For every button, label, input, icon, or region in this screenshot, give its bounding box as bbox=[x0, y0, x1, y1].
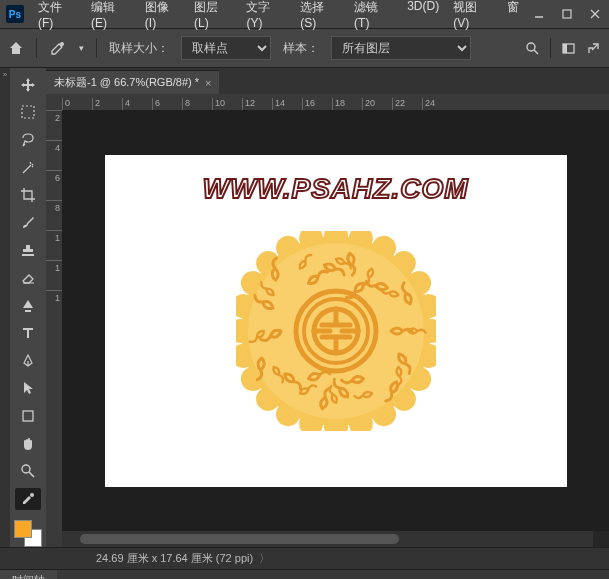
svg-point-5 bbox=[527, 43, 535, 51]
ruler-corner bbox=[46, 94, 62, 110]
tools-panel bbox=[10, 68, 46, 547]
screenmode-icon[interactable] bbox=[561, 41, 576, 56]
status-arrow-icon[interactable]: 〉 bbox=[259, 551, 270, 566]
expand-panels-icon[interactable]: » bbox=[0, 68, 10, 79]
gradient-tool[interactable] bbox=[15, 295, 41, 317]
watermark-text: WWW.PSAHZ.COM bbox=[203, 173, 469, 205]
sample-size-label: 取样大小： bbox=[109, 40, 169, 57]
canvas-area[interactable]: WWW.PSAHZ.COM bbox=[62, 110, 609, 531]
horizontal-ruler[interactable]: 024681012141618202224 bbox=[62, 94, 609, 110]
svg-point-12 bbox=[22, 465, 30, 473]
document-tab[interactable]: 未标题-1 @ 66.7%(RGB/8#) * × bbox=[46, 70, 219, 94]
maximize-button[interactable] bbox=[553, 3, 581, 25]
eyedropper-tool[interactable] bbox=[15, 488, 41, 510]
minimize-button[interactable] bbox=[525, 3, 553, 25]
shape-tool[interactable] bbox=[15, 405, 41, 427]
sample-label: 样本： bbox=[283, 40, 319, 57]
stamp-tool[interactable] bbox=[15, 240, 41, 262]
tab-title: 未标题-1 @ 66.7%(RGB/8#) * bbox=[54, 75, 199, 90]
menu-file[interactable]: 文件(F) bbox=[32, 0, 83, 34]
close-button[interactable] bbox=[581, 3, 609, 25]
timeline-panel[interactable]: 时间轴 bbox=[0, 569, 609, 579]
svg-rect-1 bbox=[563, 10, 571, 18]
menu-edit[interactable]: 编辑(E) bbox=[85, 0, 137, 34]
svg-point-4 bbox=[60, 42, 64, 46]
brush-tool[interactable] bbox=[15, 212, 41, 234]
mooncake-graphic bbox=[236, 231, 436, 431]
timeline-tab[interactable]: 时间轴 bbox=[0, 570, 57, 579]
sample-select[interactable]: 所有图层 bbox=[331, 36, 471, 60]
menu-select[interactable]: 选择(S) bbox=[294, 0, 346, 34]
chevron-down-icon[interactable]: ▾ bbox=[79, 43, 84, 53]
hand-tool[interactable] bbox=[15, 433, 41, 455]
menu-view[interactable]: 视图(V) bbox=[447, 0, 499, 34]
svg-rect-11 bbox=[23, 411, 33, 421]
sample-size-select[interactable]: 取样点 bbox=[181, 36, 271, 60]
app-logo: Ps bbox=[6, 5, 24, 23]
zoom-tool[interactable] bbox=[15, 460, 41, 482]
wand-tool[interactable] bbox=[15, 157, 41, 179]
tab-close-icon[interactable]: × bbox=[205, 77, 211, 89]
menu-type[interactable]: 文字(Y) bbox=[240, 0, 292, 34]
type-tool[interactable] bbox=[15, 322, 41, 344]
fg-bg-colors[interactable] bbox=[14, 520, 42, 547]
menu-3d[interactable]: 3D(D) bbox=[401, 0, 445, 34]
status-dimensions: 24.69 厘米 x 17.64 厘米 (72 ppi) bbox=[96, 551, 253, 566]
crop-tool[interactable] bbox=[15, 184, 41, 206]
eraser-tool[interactable] bbox=[15, 267, 41, 289]
menu-layer[interactable]: 图层(L) bbox=[188, 0, 238, 34]
eyedropper-icon[interactable] bbox=[49, 39, 67, 57]
svg-rect-8 bbox=[563, 44, 567, 53]
menu-window[interactable]: 窗 bbox=[501, 0, 525, 34]
svg-point-14 bbox=[30, 493, 34, 497]
move-tool[interactable] bbox=[15, 74, 41, 96]
status-bar: 24.69 厘米 x 17.64 厘米 (72 ppi) 〉 bbox=[0, 547, 609, 569]
menu-filter[interactable]: 滤镜(T) bbox=[348, 0, 399, 34]
pen-tool[interactable] bbox=[15, 350, 41, 372]
horizontal-scrollbar[interactable] bbox=[62, 531, 593, 547]
svg-line-13 bbox=[29, 472, 34, 477]
svg-line-6 bbox=[534, 50, 538, 54]
path-select-tool[interactable] bbox=[15, 378, 41, 400]
menu-image[interactable]: 图像(I) bbox=[139, 0, 186, 34]
search-icon[interactable] bbox=[525, 41, 540, 56]
marquee-tool[interactable] bbox=[15, 102, 41, 124]
lasso-tool[interactable] bbox=[15, 129, 41, 151]
home-icon[interactable] bbox=[8, 40, 24, 56]
svg-rect-9 bbox=[22, 106, 34, 118]
share-icon[interactable] bbox=[586, 41, 601, 56]
artboard: WWW.PSAHZ.COM bbox=[105, 155, 567, 487]
vertical-ruler[interactable]: 2468111 bbox=[46, 110, 62, 547]
